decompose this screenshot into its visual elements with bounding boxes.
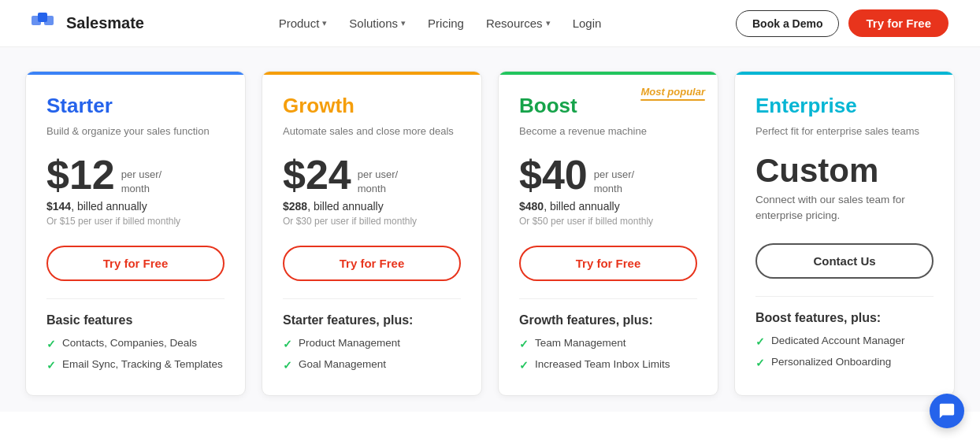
chevron-down-icon: ▾ (322, 18, 327, 28)
cta-button-starter[interactable]: Try for Free (46, 246, 225, 281)
feature-text: Product Management (299, 337, 400, 349)
chevron-down-icon: ▾ (546, 18, 551, 28)
check-icon: ✓ (519, 338, 529, 350)
pricing-card-growth: GrowthAutomate sales and close more deal… (262, 71, 482, 396)
badge-underline (640, 99, 705, 101)
nav-pricing[interactable]: Pricing (428, 17, 464, 30)
price-unit: per user/month (358, 168, 398, 195)
price-row: $40 per user/month (519, 154, 697, 195)
feature-item: ✓Dedicated Account Manager (755, 335, 934, 348)
check-icon: ✓ (46, 338, 56, 350)
card-divider (46, 298, 225, 299)
price-monthly-note: Or $30 per user if billed monthly (283, 216, 461, 227)
nav-resources[interactable]: Resources ▾ (486, 17, 551, 30)
price-custom: Custom (755, 154, 934, 187)
features-title: Basic features (46, 313, 225, 327)
card-divider (519, 298, 697, 299)
nav-solutions[interactable]: Solutions ▾ (349, 17, 406, 30)
price-annual: $480, billed annually (519, 200, 697, 213)
features-title: Growth features, plus: (519, 313, 697, 327)
feature-text: Contacts, Companies, Deals (62, 337, 197, 349)
most-popular-badge: Most popular (640, 86, 705, 101)
features-title: Boost features, plus: (755, 311, 934, 325)
svg-rect-2 (44, 16, 54, 25)
feature-item: ✓Team Management (519, 337, 697, 350)
logo[interactable]: Salesmate (32, 13, 144, 35)
nav-product[interactable]: Product ▾ (279, 17, 328, 30)
enterprise-note: Connect with our sales team for enterpri… (755, 192, 934, 224)
nav-links: Product ▾ Solutions ▾ Pricing Resources … (279, 17, 602, 30)
feature-text: Dedicated Account Manager (771, 335, 905, 346)
price-row: $24 per user/month (283, 154, 461, 195)
chevron-down-icon: ▾ (401, 18, 406, 28)
check-icon: ✓ (283, 359, 292, 372)
plan-name: Enterprise (755, 94, 934, 118)
price-row: $12 per user/month (46, 154, 225, 195)
check-icon: ✓ (46, 359, 56, 372)
check-icon: ✓ (755, 357, 765, 369)
price-unit: per user/month (594, 168, 634, 195)
card-top-border (26, 72, 245, 75)
feature-item: ✓Personalized Onboarding (755, 356, 934, 369)
plan-desc: Become a revenue machine (519, 124, 697, 139)
plan-name: Starter (46, 94, 225, 118)
card-divider (283, 298, 461, 299)
feature-text: Email Sync, Tracking & Templates (62, 358, 223, 370)
card-divider (755, 296, 934, 297)
plan-name: Growth (283, 94, 461, 118)
pricing-grid: StarterBuild & organize your sales funct… (25, 71, 955, 396)
cta-button-enterprise[interactable]: Contact Us (755, 243, 934, 279)
logo-text: Salesmate (66, 14, 144, 32)
pricing-card-starter: StarterBuild & organize your sales funct… (25, 71, 246, 396)
price-monthly-note: Or $50 per user if billed monthly (519, 216, 697, 227)
try-free-nav-button[interactable]: Try for Free (848, 9, 948, 37)
feature-item: ✓Contacts, Companies, Deals (46, 337, 225, 350)
chat-icon (938, 402, 956, 412)
feature-text: Goal Management (299, 358, 386, 370)
price-main: $40 (519, 154, 588, 195)
feature-item: ✓Increased Team Inbox Limits (519, 358, 697, 372)
card-top-border (262, 72, 481, 75)
most-popular-text: Most popular (640, 86, 705, 98)
feature-text: Increased Team Inbox Limits (535, 358, 670, 370)
pricing-section: StarterBuild & organize your sales funct… (0, 47, 980, 412)
plan-desc: Perfect fit for enterprise sales teams (755, 124, 934, 139)
cta-button-boost[interactable]: Try for Free (519, 246, 697, 281)
nav-actions: Book a Demo Try for Free (736, 9, 948, 37)
card-top-border (735, 72, 954, 75)
feature-item: ✓Product Management (283, 337, 461, 350)
check-icon: ✓ (755, 335, 765, 348)
price-main: $24 (283, 154, 351, 195)
pricing-card-boost: Most popularBoostBecome a revenue machin… (498, 71, 718, 396)
feature-item: ✓Goal Management (283, 358, 461, 372)
feature-text: Team Management (535, 337, 626, 349)
check-icon: ✓ (519, 359, 529, 372)
feature-text: Personalized Onboarding (771, 356, 891, 368)
nav-login[interactable]: Login (573, 17, 602, 30)
plan-desc: Build & organize your sales function (46, 124, 225, 139)
cta-button-growth[interactable]: Try for Free (283, 246, 461, 281)
book-demo-button[interactable]: Book a Demo (736, 10, 839, 37)
price-main: $12 (46, 154, 115, 195)
card-top-border (499, 72, 718, 75)
price-annual: $144, billed annually (46, 200, 225, 213)
price-monthly-note: Or $15 per user if billed monthly (46, 216, 225, 227)
price-annual: $288, billed annually (283, 200, 461, 213)
pricing-card-enterprise: EnterprisePerfect fit for enterprise sal… (734, 71, 955, 396)
logo-icon (32, 13, 60, 35)
check-icon: ✓ (283, 338, 292, 350)
features-title: Starter features, plus: (283, 313, 461, 327)
price-unit: per user/month (121, 168, 161, 195)
plan-desc: Automate sales and close more deals (283, 124, 461, 139)
feature-item: ✓Email Sync, Tracking & Templates (46, 358, 225, 372)
